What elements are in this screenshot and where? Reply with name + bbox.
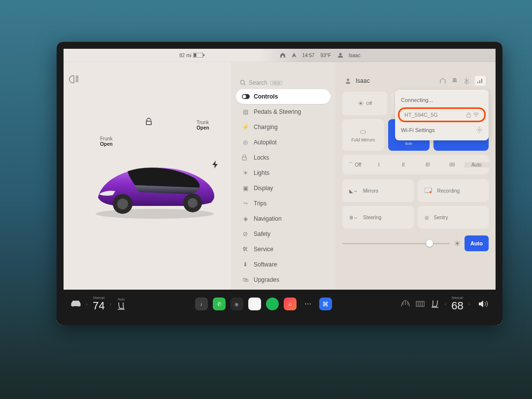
- lock-icon: [242, 155, 249, 161]
- menu-item-controls[interactable]: Controls: [236, 89, 331, 104]
- apple-music-app-icon[interactable]: ♫: [284, 298, 297, 310]
- camera-app-icon[interactable]: ◉: [231, 298, 243, 310]
- menu-item-navigation[interactable]: ◈Navigation: [236, 211, 331, 226]
- menu-item-autopilot[interactable]: ◎Autopilot: [236, 135, 331, 150]
- menu-item-lights[interactable]: ☀Lights: [236, 166, 331, 180]
- lock-icon: [466, 112, 471, 118]
- download-icon: ⬇: [242, 261, 249, 268]
- menu-item-service[interactable]: 🛠Service: [236, 242, 331, 257]
- menu-item-charging[interactable]: ⚡Charging: [236, 120, 331, 134]
- wifi-status: Connecting...: [395, 94, 489, 106]
- svg-point-11: [243, 95, 246, 99]
- sun-icon: ☀: [358, 100, 364, 107]
- toggle-icon: [242, 94, 249, 99]
- defrost-front-icon[interactable]: [400, 299, 410, 308]
- left-temp-control[interactable]: Manual 74: [93, 296, 104, 312]
- notifications-icon[interactable]: [451, 77, 458, 84]
- seat-heater-right[interactable]: [430, 299, 440, 309]
- svg-point-8: [188, 198, 198, 208]
- menu-item-display[interactable]: ▣Display: [236, 181, 331, 196]
- headlight-icon[interactable]: [68, 74, 79, 85]
- svg-point-6: [117, 199, 128, 209]
- wiper-speed-1[interactable]: I: [367, 162, 392, 167]
- wifi-settings-row[interactable]: Wi-Fi Settings: [395, 123, 489, 136]
- svg-point-3: [339, 53, 341, 56]
- car-front-icon: ▤: [242, 108, 249, 115]
- mirrors-tile[interactable]: ◣↔Mirrors: [342, 179, 414, 202]
- brightness-auto-button[interactable]: Auto: [465, 235, 489, 251]
- defrost-rear-icon[interactable]: [415, 299, 425, 308]
- bluetooth-icon[interactable]: [463, 77, 470, 84]
- steering-wheel-icon: ◎: [242, 139, 249, 146]
- wiper-auto[interactable]: Auto: [465, 162, 489, 167]
- car-icon[interactable]: [70, 300, 81, 308]
- bag-icon: 🛍: [242, 276, 249, 283]
- shield-icon: ⊘: [242, 231, 249, 237]
- svg-point-13: [479, 129, 481, 131]
- right-temp-control[interactable]: Manual 68: [451, 296, 463, 312]
- gear-icon: [476, 127, 483, 133]
- apps-icon[interactable]: ⋯: [301, 298, 314, 310]
- status-bar: 82 mi 14:57 93°F Isaac: [64, 49, 496, 62]
- menu-item-trips[interactable]: ⤳Trips: [236, 196, 331, 211]
- svg-point-12: [347, 78, 349, 81]
- menu-item-locks[interactable]: Locks: [236, 150, 331, 165]
- sun-icon: ☀: [242, 169, 249, 176]
- bottom-dock: ‹ Manual 74 › Auto ♪ ✆ ◉ ♫ ⋯ ⌘ ‹ Manual …: [64, 290, 496, 318]
- wiper-speed-2[interactable]: II: [391, 162, 416, 167]
- menu-item-safety[interactable]: ⊘Safety: [236, 227, 331, 241]
- wiper-control: ⌒Off I II III IIII Auto: [342, 155, 489, 174]
- phone-app-icon[interactable]: ✆: [213, 298, 226, 310]
- car-visualization-panel: FrunkOpen TrunkOpen: [64, 62, 231, 290]
- profile-name[interactable]: Isaac: [356, 77, 370, 84]
- profile-name: Isaac: [349, 53, 361, 58]
- media-app-icon[interactable]: ♪: [195, 298, 208, 310]
- wifi-icon: [473, 112, 479, 117]
- recording-tile[interactable]: Recording: [418, 179, 489, 202]
- menu-item-pedals-steering[interactable]: ▤Pedals & Steering: [236, 104, 331, 119]
- chevron-right-icon[interactable]: ›: [468, 301, 470, 307]
- display-icon: ▣: [242, 185, 249, 192]
- mirror-icon: ⬭: [360, 128, 366, 136]
- controls-content: Isaac Connecting... HT_594C_5G Wi-Fi Set…: [335, 62, 496, 290]
- volume-icon[interactable]: [478, 300, 489, 308]
- menu-item-software[interactable]: ⬇Software: [236, 257, 331, 272]
- vehicle-touchscreen: 82 mi 14:57 93°F Isaac FrunkOpen TrunkOp…: [57, 42, 502, 325]
- sentry-tile[interactable]: ◎Sentry: [418, 206, 489, 229]
- car-model: [88, 156, 221, 220]
- search-menu-item[interactable]: Search NEW: [234, 77, 332, 89]
- wiper-speed-4[interactable]: IIII: [440, 162, 465, 167]
- outside-temp: 93°F: [321, 53, 331, 58]
- signal-icon[interactable]: [475, 76, 486, 86]
- bluetooth-app-icon[interactable]: ⌘: [319, 298, 332, 310]
- wiper-icon: ⌒: [348, 161, 353, 168]
- brightness-icon: ☀: [454, 239, 461, 248]
- sentry-icon: ◎: [425, 215, 429, 220]
- slider-thumb[interactable]: [426, 240, 433, 247]
- trunk-status[interactable]: TrunkOpen: [197, 120, 209, 131]
- steering-tile[interactable]: ⊕↔Steering: [342, 206, 414, 229]
- chevron-left-icon[interactable]: ‹: [86, 301, 88, 307]
- menu-item-upgrades[interactable]: 🛍Upgrades: [236, 272, 331, 287]
- spotify-app-icon[interactable]: [266, 298, 279, 310]
- navigation-icon: [292, 53, 297, 58]
- chevron-right-icon[interactable]: ›: [110, 301, 111, 307]
- svg-rect-2: [203, 54, 204, 56]
- calendar-app-icon[interactable]: [248, 298, 261, 310]
- new-badge: NEW: [270, 81, 282, 85]
- wiper-speed-3[interactable]: III: [416, 162, 440, 167]
- lights-off-tile[interactable]: ☀Off: [342, 92, 387, 115]
- chevron-left-icon[interactable]: ‹: [445, 301, 446, 307]
- search-icon: [240, 80, 246, 86]
- brightness-slider[interactable]: [342, 243, 450, 244]
- seat-heater-left[interactable]: Auto: [116, 298, 126, 311]
- unlock-icon[interactable]: [145, 118, 153, 126]
- route-icon: ⤳: [242, 200, 249, 207]
- fold-mirrors-tile[interactable]: ⬭Fold Mirrors: [342, 119, 384, 151]
- wiper-off[interactable]: ⌒Off: [342, 161, 367, 168]
- battery-icon: [193, 53, 205, 58]
- frunk-status[interactable]: FrunkOpen: [100, 136, 113, 147]
- content-header: Isaac: [342, 76, 489, 86]
- wifi-network-row[interactable]: HT_594C_5G: [398, 107, 486, 122]
- homelink-icon[interactable]: [439, 77, 446, 84]
